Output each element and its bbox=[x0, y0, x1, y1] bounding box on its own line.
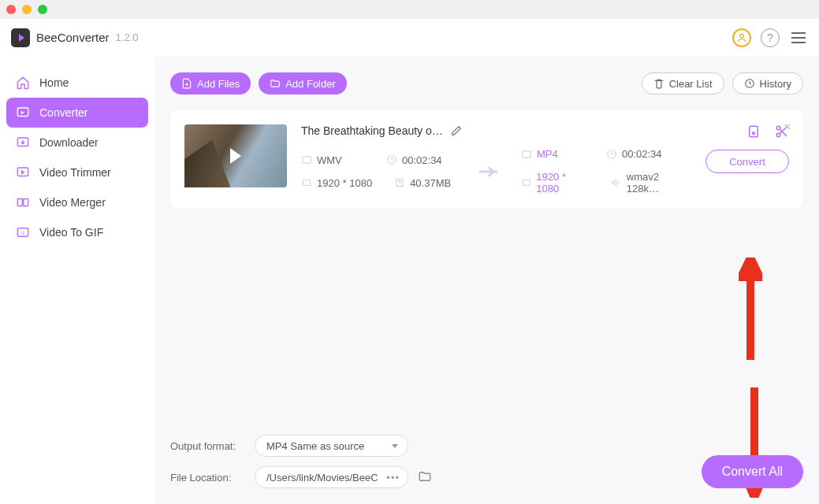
sidebar-item-label: Downloader bbox=[39, 136, 99, 149]
file-info: The Breathtaking Beauty of N… WMV 00:02:… bbox=[301, 124, 691, 195]
sidebar-item-label: Video Merger bbox=[39, 196, 106, 209]
add-files-label: Add Files bbox=[197, 78, 240, 90]
sidebar-item-downloader[interactable]: Downloader bbox=[6, 128, 148, 158]
sidebar: Home Converter Downloader Video Trimmer … bbox=[0, 57, 154, 504]
add-files-button[interactable]: Add Files bbox=[170, 72, 251, 94]
resolution-icon bbox=[301, 177, 312, 188]
src-size: 40.37MB bbox=[410, 177, 451, 189]
convert-button[interactable]: Convert bbox=[705, 150, 789, 173]
convert-all-button[interactable]: Convert All bbox=[702, 455, 803, 488]
close-icon bbox=[783, 122, 792, 132]
svg-point-16 bbox=[753, 132, 755, 135]
clock-icon bbox=[606, 149, 617, 160]
add-folder-button[interactable]: Add Folder bbox=[259, 72, 347, 94]
convert-label: Convert bbox=[729, 156, 765, 168]
output-meta: MP4 00:02:34 1920 * 1080 wmav2 128k… bbox=[521, 148, 691, 195]
sidebar-item-label: Video To GIF bbox=[39, 226, 103, 239]
file-location-label: File Location: bbox=[170, 472, 245, 484]
output-format-label: Output format: bbox=[170, 440, 245, 452]
converter-icon bbox=[16, 106, 30, 120]
play-icon bbox=[230, 148, 241, 164]
open-folder-button[interactable] bbox=[418, 469, 434, 486]
history-icon bbox=[744, 78, 755, 89]
sidebar-item-merger[interactable]: Video Merger bbox=[6, 187, 148, 217]
user-account-button[interactable] bbox=[732, 28, 751, 47]
maximize-window-button[interactable] bbox=[38, 5, 47, 14]
source-meta: WMV 00:02:34 1920 * 1080 40.37MB bbox=[301, 154, 459, 189]
sidebar-item-trimmer[interactable]: Video Trimmer bbox=[6, 158, 148, 187]
clear-list-label: Clear List bbox=[669, 78, 713, 90]
folder-plus-icon bbox=[270, 78, 281, 89]
svg-rect-8 bbox=[303, 157, 311, 163]
trimmer-icon bbox=[16, 165, 30, 180]
output-format-dropdown[interactable]: MP4 Same as source bbox=[255, 435, 408, 457]
convert-all-label: Convert All bbox=[722, 465, 783, 478]
folder-icon bbox=[418, 469, 432, 484]
svg-point-17 bbox=[776, 126, 780, 130]
gif-icon: G bbox=[16, 225, 30, 239]
out-audio: wmav2 128k… bbox=[627, 171, 691, 195]
download-icon bbox=[16, 135, 30, 150]
video-icon bbox=[521, 149, 532, 160]
svg-rect-14 bbox=[523, 180, 530, 186]
home-icon bbox=[16, 76, 30, 90]
src-format: WMV bbox=[317, 154, 342, 166]
sidebar-item-gif[interactable]: G Video To GIF bbox=[6, 217, 148, 247]
file-location-value: /Users/link/Movies/BeeC bbox=[266, 472, 378, 484]
remove-file-button[interactable] bbox=[783, 121, 792, 134]
trash-icon bbox=[653, 78, 665, 89]
svg-text:G: G bbox=[21, 231, 24, 235]
add-folder-label: Add Folder bbox=[285, 78, 336, 90]
file-title: The Breathtaking Beauty of N… bbox=[301, 124, 443, 137]
sidebar-item-label: Home bbox=[39, 76, 69, 89]
src-resolution: 1920 * 1080 bbox=[317, 177, 372, 189]
history-button[interactable]: History bbox=[732, 72, 803, 94]
sidebar-item-converter[interactable]: Converter bbox=[6, 98, 148, 128]
src-duration: 00:02:34 bbox=[402, 154, 442, 166]
out-resolution[interactable]: 1920 * 1080 bbox=[536, 171, 589, 195]
svg-point-0 bbox=[740, 34, 744, 38]
svg-rect-12 bbox=[523, 150, 531, 157]
out-duration: 00:02:34 bbox=[622, 148, 662, 160]
video-icon bbox=[301, 154, 312, 165]
close-window-button[interactable] bbox=[6, 5, 16, 14]
bottom-bar: Output format: MP4 Same as source File L… bbox=[170, 435, 803, 488]
header-left: BeeConverter 1.2.0 bbox=[11, 28, 138, 47]
help-button[interactable]: ? bbox=[761, 28, 780, 47]
more-dots-icon: ••• bbox=[386, 472, 400, 484]
resolution-icon bbox=[521, 177, 531, 188]
titlebar bbox=[0, 0, 819, 19]
output-format-value: MP4 Same as source bbox=[266, 440, 364, 452]
main: Add Files Add Folder Clear List History bbox=[154, 57, 819, 504]
app-version: 1.2.0 bbox=[116, 32, 139, 43]
minimize-window-button[interactable] bbox=[22, 5, 32, 14]
edit-icon[interactable] bbox=[451, 125, 462, 136]
annotation-arrow-up bbox=[739, 258, 762, 360]
header: BeeConverter 1.2.0 ? bbox=[0, 19, 819, 57]
menu-button[interactable] bbox=[789, 28, 808, 47]
sidebar-item-label: Converter bbox=[39, 106, 87, 119]
video-thumbnail[interactable] bbox=[184, 124, 287, 187]
header-right: ? bbox=[732, 28, 808, 47]
audio-icon bbox=[611, 177, 621, 188]
clear-list-button[interactable]: Clear List bbox=[642, 72, 724, 94]
help-icon: ? bbox=[761, 28, 780, 47]
svg-point-18 bbox=[776, 133, 780, 137]
out-format[interactable]: MP4 bbox=[537, 148, 558, 160]
hamburger-icon bbox=[791, 32, 806, 43]
svg-rect-10 bbox=[303, 180, 310, 186]
app-logo bbox=[11, 28, 30, 47]
merger-icon bbox=[16, 195, 30, 209]
file-location-input[interactable]: /Users/link/Movies/BeeC ••• bbox=[255, 466, 408, 488]
settings-file-icon[interactable] bbox=[746, 124, 761, 139]
size-icon bbox=[394, 177, 405, 188]
toolbar: Add Files Add Folder Clear List History bbox=[170, 72, 803, 94]
user-icon bbox=[732, 28, 751, 47]
sidebar-item-label: Video Trimmer bbox=[39, 166, 111, 179]
file-card: The Breathtaking Beauty of N… WMV 00:02:… bbox=[170, 110, 803, 209]
clock-icon bbox=[386, 154, 397, 165]
file-plus-icon bbox=[181, 78, 192, 89]
history-label: History bbox=[760, 78, 791, 90]
svg-rect-5 bbox=[24, 199, 28, 206]
sidebar-item-home[interactable]: Home bbox=[6, 68, 148, 98]
